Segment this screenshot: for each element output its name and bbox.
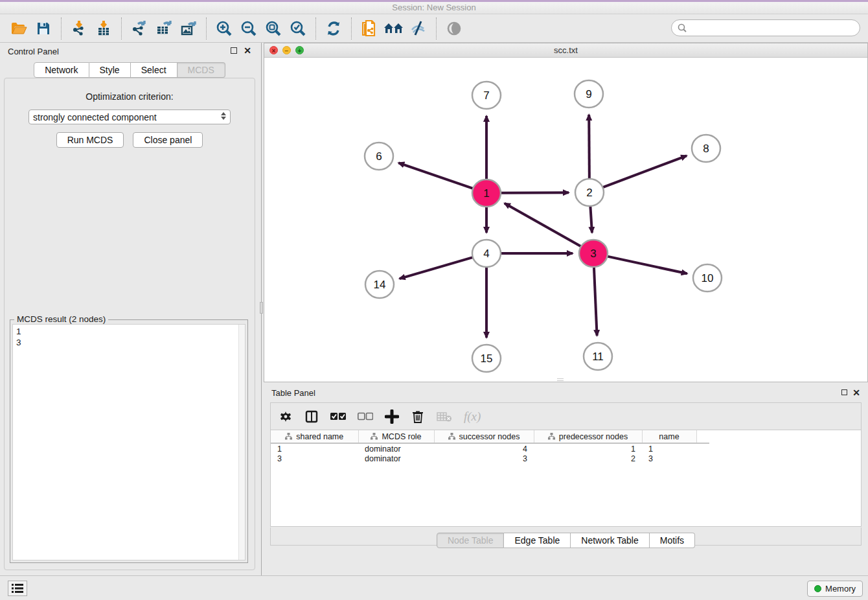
- column-visibility-icon[interactable]: [304, 409, 319, 424]
- task-history-button[interactable]: [8, 581, 27, 596]
- zoom-in-icon[interactable]: [213, 17, 235, 40]
- graph-node-2[interactable]: 2: [575, 179, 604, 206]
- graph-node-7[interactable]: 7: [472, 82, 501, 109]
- import-network-icon[interactable]: [68, 17, 90, 40]
- float-panel-icon[interactable]: [231, 47, 237, 54]
- select-all-rows-icon[interactable]: [330, 409, 346, 424]
- column-header-predecessor-nodes[interactable]: predecessor nodes: [534, 430, 642, 443]
- table-row[interactable]: 1dominator411: [271, 443, 709, 454]
- open-file-icon[interactable]: [8, 17, 30, 40]
- graph-node-6[interactable]: 6: [365, 143, 393, 170]
- table-cell[interactable]: 1: [642, 443, 696, 454]
- export-table-icon[interactable]: [153, 17, 175, 40]
- refresh-icon[interactable]: [323, 17, 345, 40]
- table-cell[interactable]: 1: [534, 443, 642, 454]
- table-cell[interactable]: dominator: [358, 443, 434, 454]
- criterion-select[interactable]: strongly connected component: [29, 110, 231, 124]
- graph-node-14[interactable]: 14: [365, 271, 394, 298]
- clone-network-icon[interactable]: [358, 17, 380, 40]
- function-builder-icon[interactable]: f(x): [464, 409, 481, 424]
- search-box[interactable]: [671, 19, 860, 36]
- zoom-fit-icon[interactable]: [262, 17, 284, 40]
- close-panel-icon[interactable]: ✕: [244, 45, 251, 56]
- graph-node-10[interactable]: 10: [693, 264, 722, 292]
- table-tabs: Node TableEdge TableNetwork TableMotifs: [264, 533, 868, 548]
- tab-mcds[interactable]: MCDS: [177, 62, 225, 78]
- column-header-MCDS-role[interactable]: MCDS role: [358, 430, 434, 443]
- column-header-shared-name[interactable]: shared name: [271, 430, 358, 443]
- close-window-icon[interactable]: ×: [269, 46, 278, 54]
- control-panel-header: Control Panel ✕: [0, 43, 259, 60]
- tab-network[interactable]: Network: [34, 62, 89, 78]
- tab-select[interactable]: Select: [131, 62, 177, 78]
- edge-3-11[interactable]: [594, 268, 597, 336]
- table-cell[interactable]: 3: [271, 454, 358, 464]
- search-input[interactable]: [687, 21, 860, 34]
- toolbar-separator: [315, 17, 316, 40]
- edge-3-10[interactable]: [608, 257, 687, 274]
- edge-1-2[interactable]: [501, 192, 569, 193]
- tab-edge-table[interactable]: Edge Table: [504, 533, 571, 548]
- table-settings-icon[interactable]: [279, 409, 293, 424]
- criterion-select-value: strongly connected component: [33, 112, 157, 122]
- table-cell[interactable]: dominator: [358, 454, 434, 464]
- minimize-window-icon[interactable]: −: [282, 46, 291, 54]
- graph-node-8[interactable]: 8: [692, 135, 720, 162]
- table-cell[interactable]: 2: [534, 454, 642, 464]
- run-mcds-button[interactable]: Run MCDS: [56, 132, 124, 148]
- table-cell[interactable]: 1: [271, 443, 358, 454]
- edge-4-14[interactable]: [400, 257, 473, 279]
- edge-2-8[interactable]: [603, 156, 687, 187]
- graph-node-4[interactable]: 4: [472, 240, 501, 267]
- edge-3-1[interactable]: [505, 203, 581, 246]
- delete-column-icon[interactable]: [411, 409, 425, 424]
- result-scrollbar[interactable]: [238, 325, 245, 560]
- svg-text:11: 11: [592, 351, 604, 363]
- add-column-icon[interactable]: [385, 409, 399, 424]
- close-panel-button[interactable]: Close panel: [133, 132, 203, 148]
- table-panel-title: Table Panel: [271, 388, 315, 398]
- graph-node-15[interactable]: 15: [472, 345, 501, 372]
- float-table-panel-icon[interactable]: [841, 389, 847, 395]
- hide-selected-icon[interactable]: [407, 17, 429, 40]
- first-neighbors-icon[interactable]: [383, 17, 405, 40]
- toolbar-separator: [351, 17, 352, 40]
- graph-node-1[interactable]: 1: [472, 179, 501, 207]
- tab-network-table[interactable]: Network Table: [571, 533, 649, 548]
- network-canvas[interactable]: 7968124314101511: [264, 58, 867, 382]
- control-panel-title: Control Panel: [8, 47, 59, 56]
- import-table-icon[interactable]: [93, 17, 115, 40]
- export-network-icon[interactable]: [128, 17, 150, 40]
- graph-node-9[interactable]: 9: [575, 80, 603, 108]
- table-cell[interactable]: 3: [642, 454, 696, 464]
- panel-splitter[interactable]: [259, 43, 264, 575]
- delete-table-icon[interactable]: [437, 409, 452, 424]
- canvas-resize-grip[interactable]: [557, 378, 564, 381]
- splitter-grip[interactable]: [260, 302, 263, 314]
- task-list-icon: [12, 584, 23, 593]
- table-row[interactable]: 3dominator323: [271, 454, 709, 464]
- table-cell[interactable]: 4: [434, 443, 534, 454]
- graph-node-3[interactable]: 3: [579, 240, 608, 267]
- column-header-name[interactable]: name: [642, 430, 696, 443]
- save-session-icon[interactable]: [32, 17, 54, 40]
- window-titlebar: Session: New Session: [0, 0, 868, 14]
- table-cell[interactable]: 3: [434, 454, 534, 464]
- tab-motifs[interactable]: Motifs: [650, 533, 695, 548]
- tab-style[interactable]: Style: [89, 62, 131, 78]
- memory-button[interactable]: Memory: [807, 581, 863, 597]
- show-graphics-details-icon[interactable]: [443, 17, 465, 40]
- maximize-window-icon[interactable]: +: [295, 46, 304, 54]
- export-image-icon[interactable]: [177, 17, 200, 40]
- edge-1-6[interactable]: [398, 163, 473, 188]
- edge-2-9[interactable]: [589, 115, 589, 178]
- tab-node-table[interactable]: Node Table: [437, 533, 505, 548]
- deselect-all-rows-icon[interactable]: [358, 409, 373, 424]
- edge-2-3[interactable]: [590, 207, 592, 233]
- zoom-selected-icon[interactable]: [287, 17, 309, 40]
- graph-node-11[interactable]: 11: [584, 343, 612, 370]
- zoom-out-icon[interactable]: [238, 17, 260, 40]
- mcds-result-list[interactable]: 13: [12, 324, 246, 560]
- close-table-panel-icon[interactable]: ✕: [852, 387, 860, 398]
- column-header-successor-nodes[interactable]: successor nodes: [434, 430, 534, 443]
